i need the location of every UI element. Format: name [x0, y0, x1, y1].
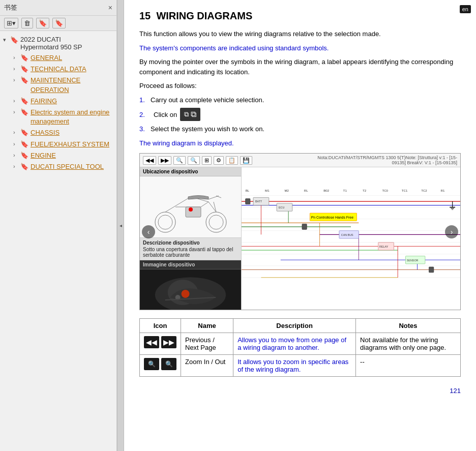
- sidebar-collapse-handle[interactable]: ◂: [117, 0, 124, 451]
- main-content: en 15 WIRING DIAGRAMS This function allo…: [124, 0, 476, 451]
- svg-text:BL: BL: [246, 189, 250, 192]
- wiring-prev-nav-button[interactable]: ‹: [142, 225, 155, 238]
- sidebar-item-label-electric: Electric system and engine management: [31, 108, 113, 126]
- wiring-diagram-toolbar: ◀◀ ▶▶ 🔍 🔍 ⊞ ⚙ 📋 💾 Nota:DUCATI/MAT/STR/MG…: [140, 154, 460, 167]
- table-cell-notes-1: Not available for the wiring diagrams wi…: [356, 333, 461, 355]
- chevron-right-icon: ›: [13, 109, 18, 115]
- wd-motorcycle-area: [140, 176, 241, 238]
- toolbar-bookmark1-button[interactable]: 🔖: [36, 18, 49, 28]
- sidebar-item-label-fairing: FAIRING: [31, 97, 57, 106]
- wiring-schematic-svg: BL M1 M2 RL B02 T1 T2 TC0 TC1 TC2 R1 Pn …: [242, 167, 460, 310]
- wd-zoom-in-button[interactable]: 🔍: [173, 156, 186, 165]
- table-cell-icon-2: 🔍 🔍: [140, 355, 181, 377]
- zoom-out-icon: 🔍: [144, 358, 159, 370]
- sidebar-item-label-ducati: DUCATI SPECIAL TOOL: [31, 162, 104, 171]
- device-photo-svg: [140, 269, 241, 310]
- bookmark-icon-technical: 🔖: [20, 65, 28, 73]
- sidebar-item-label-chassis: CHASSIS: [31, 128, 60, 137]
- col-name: Name: [181, 319, 233, 333]
- svg-line-11: [216, 196, 221, 198]
- step-3-num: 3.: [139, 124, 147, 134]
- zoom-icons: 🔍 🔍: [144, 358, 176, 370]
- sidebar-item-ducati-tool[interactable]: › 🔖 DUCATI SPECIAL TOOL: [10, 161, 116, 172]
- wd-zoom-fit-button[interactable]: ⊞: [202, 156, 212, 165]
- svg-text:TC0: TC0: [382, 189, 388, 192]
- step-1-text: Carry out a complete vehicle selection.: [151, 95, 264, 105]
- bookmark-icon-engine: 🔖: [20, 152, 28, 159]
- steps-list: 1. Carry out a complete vehicle selectio…: [139, 95, 461, 134]
- intro-paragraph-2: The system's components are indicated us…: [139, 43, 461, 53]
- svg-rect-70: [429, 267, 434, 273]
- svg-text:ECU: ECU: [279, 206, 284, 209]
- chevron-right-icon: ›: [13, 129, 18, 135]
- svg-text:SENSOR: SENSOR: [407, 259, 419, 262]
- bookmark-icon: 🔖: [10, 36, 18, 44]
- next-page-icon: ▶▶: [161, 336, 176, 348]
- sidebar-item-electric[interactable]: › 🔖 Electric system and engine managemen…: [10, 107, 116, 127]
- table-cell-name-1: Previous / Next Page: [181, 333, 233, 355]
- heading-number: 15: [139, 10, 151, 21]
- toolbar-delete-button[interactable]: 🗑: [21, 18, 33, 28]
- wd-schematic-area: BL M1 M2 RL B02 T1 T2 TC0 TC1 TC2 R1 Pn …: [242, 167, 460, 310]
- page-number: 121: [139, 387, 461, 395]
- svg-text:T2: T2: [363, 189, 367, 192]
- sidebar-title: 书签: [4, 3, 17, 12]
- language-badge: en: [460, 5, 471, 13]
- table-cell-notes-2: --: [356, 355, 461, 377]
- sidebar-item-label-fuel: FUEL/EXHAUST SYSTEM: [31, 140, 109, 149]
- sidebar-item-fuel-exhaust[interactable]: › 🔖 FUEL/EXHAUST SYSTEM: [10, 139, 116, 150]
- sidebar: 书签 × ⊞▾ 🗑 🔖 🔖 ▾ 🔖 2022 DUCATI Hypermotar…: [0, 0, 117, 451]
- sidebar-item-label-general: GENERAL: [31, 53, 62, 63]
- sidebar-item-maintenance[interactable]: › 🔖 MAIINTENENCE OPERATION: [10, 75, 116, 95]
- col-icon: Icon: [140, 319, 181, 333]
- svg-text:CAN BUS: CAN BUS: [341, 233, 353, 236]
- chevron-right-icon: ›: [13, 141, 18, 147]
- sidebar-item-fairing[interactable]: › 🔖 FAIRING: [10, 96, 116, 107]
- intro-paragraph-3: By moving the pointer over the symbols i…: [139, 57, 461, 77]
- wiring-next-nav-button[interactable]: ›: [445, 225, 458, 238]
- svg-point-13: [189, 207, 193, 212]
- wd-prev-button[interactable]: ◀◀: [143, 156, 156, 165]
- icon-reference-table: Icon Name Description Notes ◀◀ ▶▶ Previo…: [139, 318, 461, 377]
- svg-rect-9: [186, 207, 201, 217]
- sidebar-toolbar: ⊞▾ 🗑 🔖 🔖: [0, 16, 116, 31]
- wd-save-button[interactable]: 💾: [240, 156, 252, 165]
- button-icon-symbol: ⧉: [191, 110, 196, 119]
- sidebar-item-chassis[interactable]: › 🔖 CHASSIS: [10, 127, 116, 138]
- step-3: 3. Select the system you wish to work on…: [139, 124, 461, 134]
- wd-next-button[interactable]: ▶▶: [158, 156, 171, 165]
- sidebar-close-button[interactable]: ×: [108, 4, 112, 12]
- wiring-tool-button[interactable]: ⧉ ⧉: [180, 108, 200, 121]
- sidebar-children: › 🔖 GENERAL › 🔖 TECHNICAL DATA › 🔖 MAIIN…: [0, 52, 116, 172]
- step-3-text: Select the system you wish to work on.: [151, 124, 264, 134]
- wd-copy-button[interactable]: 📋: [226, 156, 238, 165]
- step-1-num: 1.: [139, 95, 147, 105]
- sidebar-item-general[interactable]: › 🔖 GENERAL: [10, 52, 116, 64]
- chevron-right-icon: ›: [13, 163, 18, 169]
- motorcycle-sketch-svg: [150, 176, 231, 237]
- svg-text:TC2: TC2: [421, 189, 427, 192]
- svg-text:RELAY: RELAY: [379, 245, 389, 248]
- sidebar-item-engine[interactable]: › 🔖 ENGINE: [10, 150, 116, 161]
- wd-zoom-out-button[interactable]: 🔍: [188, 156, 200, 165]
- prev-next-icons: ◀◀ ▶▶: [144, 336, 176, 348]
- sidebar-navigation: ▾ 🔖 2022 DUCATI Hypermotard 950 SP › 🔖 G…: [0, 31, 116, 451]
- collapse-icon: ◂: [120, 223, 122, 228]
- toolbar-bookmark2-button[interactable]: 🔖: [52, 18, 66, 28]
- wd-description-area: Descrizione dispositivo Sotto una copert…: [140, 238, 241, 260]
- bookmark-icon-fuel: 🔖: [20, 140, 28, 148]
- sidebar-item-technical-data[interactable]: › 🔖 TECHNICAL DATA: [10, 64, 116, 75]
- step-2-text: Click on: [154, 111, 177, 118]
- sidebar-item-root[interactable]: ▾ 🔖 2022 DUCATI Hypermotard 950 SP: [0, 34, 116, 52]
- svg-rect-69: [302, 224, 307, 230]
- svg-point-3: [209, 215, 223, 229]
- wd-device-photo: [140, 269, 241, 310]
- svg-text:BATT: BATT: [255, 200, 262, 203]
- toolbar-view-button[interactable]: ⊞▾: [4, 18, 18, 28]
- bookmark-icon-electric: 🔖: [20, 108, 28, 116]
- svg-text:M1: M1: [265, 189, 270, 192]
- wd-desc-label: Descrizione dispositivo: [143, 240, 238, 246]
- wd-settings-button[interactable]: ⚙: [214, 156, 224, 165]
- wiring-diagram-container: ◀◀ ▶▶ 🔍 🔍 ⊞ ⚙ 📋 💾 Nota:DUCATI/MAT/STR/MG…: [139, 153, 461, 310]
- wd-device-image-area: Immagine dispositivo: [140, 260, 241, 310]
